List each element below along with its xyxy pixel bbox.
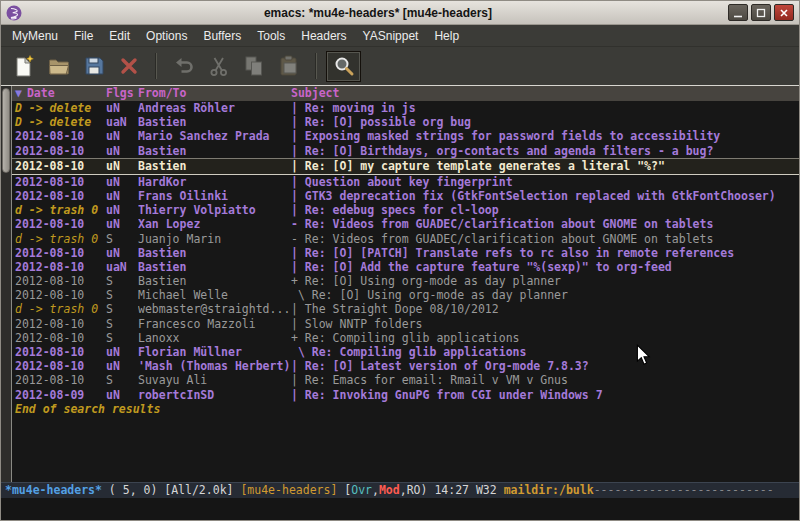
message-row[interactable]: 2012-08-10uNFrans Oilinki| GTK3 deprecat… xyxy=(12,189,799,203)
message-row-current[interactable]: 2012-08-10uNBastien| Re: [O] my capture … xyxy=(12,158,799,175)
column-flags[interactable]: Flgs xyxy=(106,86,138,101)
message-from: Michael Welle xyxy=(138,288,291,302)
message-row[interactable]: 2012-08-10SSuvayu Ali| Re: Emacs for ema… xyxy=(12,373,799,387)
paste-icon xyxy=(271,51,306,82)
column-from[interactable]: From/To xyxy=(138,86,291,101)
message-subject: - Re: Videos from GUADEC/clarification a… xyxy=(291,217,799,231)
menu-buffers[interactable]: Buffers xyxy=(195,26,249,46)
scrollbar-thumb[interactable] xyxy=(2,88,10,173)
menu-file[interactable]: File xyxy=(66,26,101,46)
message-flags: S xyxy=(106,232,138,246)
message-date: 2012-08-10 xyxy=(12,159,106,174)
menu-tools[interactable]: Tools xyxy=(249,26,293,46)
message-from: Andreas Röhler xyxy=(138,101,291,115)
message-row[interactable]: D -> deleteuaNBastien| Re: [O] possible … xyxy=(12,115,799,129)
message-flags: uN xyxy=(106,203,138,217)
modeline-plain: ( 5, 0) xyxy=(102,483,164,497)
window-controls xyxy=(728,4,794,21)
menu-yasnippet[interactable]: YASnippet xyxy=(355,26,427,46)
modeline-plain: W32 xyxy=(469,483,504,497)
message-subject: | The Straight Dope 08/10/2012 xyxy=(291,302,799,316)
message-date: 2012-08-09 xyxy=(12,388,106,402)
message-flags: S xyxy=(106,274,138,288)
menu-headers[interactable]: Headers xyxy=(293,26,354,46)
message-subject: | GTK3 deprecation fix (GtkFontSelection… xyxy=(291,189,799,203)
modeline-plain: [ xyxy=(337,483,351,497)
message-row[interactable]: 2012-08-10uNFlorian Müllner \ Re: Compil… xyxy=(12,345,799,359)
message-date: 2012-08-10 xyxy=(12,359,106,373)
open-file-icon[interactable] xyxy=(41,51,76,82)
message-from: HardKor xyxy=(138,175,291,189)
message-row[interactable]: 2012-08-10uNBastien| Re: [O] [PATCH] Tra… xyxy=(12,246,799,260)
message-row[interactable]: D -> deleteuNAndreas Röhler| Re: moving … xyxy=(12,101,799,115)
message-subject: | Exposing masked strings for password f… xyxy=(291,129,799,143)
save-icon[interactable] xyxy=(76,51,111,82)
message-row[interactable]: 2012-08-10uN'Mash (Thomas Herbert)| Re: … xyxy=(12,359,799,373)
scrollbar[interactable] xyxy=(1,86,12,482)
menu-edit[interactable]: Edit xyxy=(101,26,138,46)
message-row[interactable]: d -> trash 0uNThierry Volpiatto| Re: ede… xyxy=(12,203,799,217)
message-from: Xan Lopez xyxy=(138,217,291,231)
message-flags: uN xyxy=(106,246,138,260)
message-subject: | Re: [O] Birthdays, org-contacts and ag… xyxy=(291,144,799,158)
message-from: webmaster@straightd... xyxy=(138,302,291,316)
message-subject: | Re: Emacs for email: Rmail v VM v Gnus xyxy=(291,373,799,387)
message-date: 2012-08-10 xyxy=(12,189,106,203)
message-row[interactable]: 2012-08-10SFrancesco Mazzoli| Slow NNTP … xyxy=(12,317,799,331)
message-row[interactable]: 2012-08-10uNBastien| Re: [O] Birthdays, … xyxy=(12,144,799,158)
message-row[interactable]: 2012-08-09uNrobertcInSD| Re: Invoking Gn… xyxy=(12,388,799,402)
sort-descending-icon[interactable]: ▼ xyxy=(15,86,22,100)
message-date: 2012-08-10 xyxy=(12,274,106,288)
message-flags: S xyxy=(106,331,138,345)
message-subject: | Question about key fingerprint xyxy=(291,175,799,189)
close-button[interactable] xyxy=(774,4,794,21)
search-icon[interactable] xyxy=(326,51,361,82)
menu-help[interactable]: Help xyxy=(426,26,467,46)
mode-line: *mu4e-headers* ( 5, 0) [All/2.0k] [mu4e-… xyxy=(1,482,799,498)
maximize-button[interactable] xyxy=(751,4,771,21)
message-row[interactable]: d -> trash 0Swebmaster@straightd...| The… xyxy=(12,302,799,316)
minibuffer[interactable] xyxy=(1,498,799,520)
modeline-ro: RO xyxy=(407,483,421,497)
message-mark: D -> delete xyxy=(12,101,106,115)
buffer-area: ▼Date Flgs From/To Subject D -> deleteuN… xyxy=(1,86,799,482)
message-row[interactable]: 2012-08-10uNMario Sanchez Prada| Exposin… xyxy=(12,129,799,143)
column-date[interactable]: ▼Date xyxy=(12,86,106,101)
message-date: 2012-08-10 xyxy=(12,129,106,143)
message-subject: | Slow NNTP folders xyxy=(291,317,799,331)
message-row[interactable]: 2012-08-10SMichael Welle \ Re: [O] Using… xyxy=(12,288,799,302)
message-flags: uN xyxy=(106,101,138,115)
message-row[interactable]: 2012-08-10uNHardKor| Question about key … xyxy=(12,175,799,189)
message-from: Bastien xyxy=(138,159,291,174)
message-row[interactable]: 2012-08-10SBastien+ Re: [O] Using org-mo… xyxy=(12,274,799,288)
new-file-icon[interactable] xyxy=(6,51,41,82)
modeline-plain: ) xyxy=(421,483,435,497)
headers-column-header[interactable]: ▼Date Flgs From/To Subject xyxy=(12,86,799,101)
message-flags: uaN xyxy=(106,260,138,274)
menu-mymenu[interactable]: MyMenu xyxy=(4,26,66,46)
modeline-plain: , xyxy=(372,483,379,497)
cut-icon xyxy=(201,51,236,82)
message-flags: S xyxy=(106,373,138,387)
message-flags: uN xyxy=(106,159,138,174)
message-row[interactable]: 2012-08-10uNXan Lopez- Re: Videos from G… xyxy=(12,217,799,231)
toolbar-separator xyxy=(155,53,157,79)
modeline-plain: 14:27 xyxy=(434,483,469,497)
message-row[interactable]: d -> trash 0SJuanjo Marin- Re: Videos fr… xyxy=(12,232,799,246)
emacs-window: emacs: *mu4e-headers* [mu4e-headers] MyM… xyxy=(0,0,800,521)
modeline-mod: Mod xyxy=(379,483,400,497)
minimize-button[interactable] xyxy=(728,4,748,21)
titlebar[interactable]: emacs: *mu4e-headers* [mu4e-headers] xyxy=(1,1,799,25)
column-subject[interactable]: Subject xyxy=(291,86,799,101)
menu-options[interactable]: Options xyxy=(138,26,195,46)
message-row[interactable]: 2012-08-10uaNBastien| Re: [O] Add the ca… xyxy=(12,260,799,274)
undo-icon xyxy=(166,51,201,82)
message-flags: S xyxy=(106,317,138,331)
message-row[interactable]: 2012-08-10SLanoxx+ Re: Compiling glib ap… xyxy=(12,331,799,345)
message-date: 2012-08-10 xyxy=(12,260,106,274)
close-buffer-icon[interactable] xyxy=(111,51,146,82)
modeline-plain: [All/2.0k] xyxy=(164,483,240,497)
message-subject: | Re: moving in js xyxy=(291,101,799,115)
modeline-mode: [mu4e-headers] xyxy=(240,483,337,497)
toolbar-separator xyxy=(315,53,317,79)
